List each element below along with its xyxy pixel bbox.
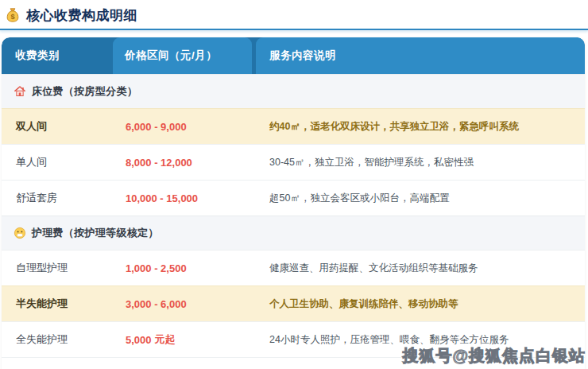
price-range: 3,000 - 6,000: [113, 298, 256, 310]
price-value: 6,000 - 9,000: [126, 121, 187, 133]
page-title: 核心收费构成明细: [26, 6, 137, 25]
service-description: 30-45㎡，独立卫浴，智能护理系统，私密性强: [256, 156, 585, 169]
table-header-row: 收费类别 价格区间（元/月） 服务内容说明: [2, 37, 585, 74]
table-row: 半失能护理3,000 - 6,000个人卫生协助、康复训练陪伴、移动协助等: [2, 285, 585, 321]
watermark: 搜狐号@搜狐焦点白银站: [402, 345, 586, 367]
price-value: 3,000 - 6,000: [126, 298, 187, 310]
service-description: 个人卫生协助、康复训练陪伴、移动协助等: [256, 297, 585, 311]
fee-category: 双人间: [2, 119, 113, 134]
fee-category: 全失能护理: [2, 332, 113, 347]
fee-category: 单人间: [2, 155, 113, 169]
page-title-bar: $ 核心收费构成明细: [0, 0, 588, 29]
price-range: 10,000 - 15,000: [113, 192, 256, 204]
table-row: 双人间6,000 - 9,000约40㎡，适老化双床设计，共享独立卫浴，紧急呼叫…: [2, 108, 585, 144]
section-title: 护理费（按护理等级核定）: [32, 226, 159, 240]
fee-category: 半失能护理: [2, 297, 113, 311]
table-row: 单人间8,000 - 12,00030-45㎡，独立卫浴，智能护理系统，私密性强: [2, 144, 585, 180]
price-range: 5,000元起: [113, 332, 256, 347]
price-value: 10,000 - 15,000: [126, 192, 198, 204]
column-header-service: 服务内容说明: [256, 37, 585, 74]
table-row: 舒适套房10,000 - 15,000超50㎡，独立会客区或小阳台，高端配置: [2, 180, 585, 216]
house-icon: [14, 85, 26, 98]
price-value: 5,000: [126, 334, 152, 346]
service-description: 约40㎡，适老化双床设计，共享独立卫浴，紧急呼叫系统: [256, 120, 585, 134]
page: $ 核心收费构成明细 收费类别 价格区间（元/月） 服务内容说明 床位费（按房型…: [0, 0, 588, 369]
price-value: 1,000 - 2,500: [126, 262, 187, 274]
price-suffix: 元起: [155, 332, 176, 347]
column-header-price: 价格区间（元/月）: [113, 37, 252, 74]
price-value: 8,000 - 12,000: [126, 157, 192, 169]
table-body: 床位费（按房型分类）双人间6,000 - 9,000约40㎡，适老化双床设计，共…: [2, 74, 585, 369]
title-divider: [0, 29, 588, 30]
column-header-category: 收费类别: [2, 37, 113, 74]
svg-text:$: $: [10, 13, 14, 21]
price-range: 6,000 - 9,000: [113, 121, 256, 133]
fee-category: 自理型护理: [2, 261, 113, 275]
price-range: 8,000 - 12,000: [113, 157, 256, 169]
table-row: 自理型护理1,000 - 2,500健康巡查、用药提醒、文化活动组织等基础服务: [2, 250, 585, 285]
service-description: 24小时专人照护，压疮管理、喂食、翻身等全方位服务: [256, 333, 585, 347]
service-description: 健康巡查、用药提醒、文化活动组织等基础服务: [256, 262, 585, 275]
service-description: 超50㎡，独立会客区或小阳台，高端配置: [256, 192, 585, 205]
section-title: 床位费（按房型分类）: [32, 84, 137, 99]
money-bag-icon: $: [5, 7, 21, 23]
section-header: 护理费（按护理等级核定）: [2, 216, 585, 250]
price-range: 1,000 - 2,500: [113, 262, 256, 274]
fee-table: 收费类别 价格区间（元/月） 服务内容说明 床位费（按房型分类）双人间6,000…: [2, 37, 585, 369]
nurse-face-icon: [14, 227, 26, 239]
section-header: 床位费（按房型分类）: [2, 74, 585, 108]
fee-category: 舒适套房: [2, 191, 113, 205]
